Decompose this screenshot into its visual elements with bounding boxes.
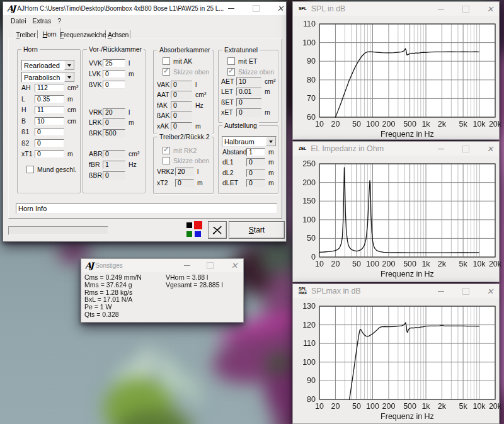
field-input[interactable]: 0 (171, 91, 192, 99)
maximize-icon (207, 262, 214, 269)
field-input[interactable]: 0 (171, 101, 192, 110)
field-input[interactable]: 20 (103, 108, 125, 117)
chart-titlebar[interactable]: SPL max SPLmax in dB ✕ (293, 284, 499, 298)
field-label: L (21, 96, 35, 103)
sonstiges-titlebar[interactable]: AJ Sonstiges ✕ (81, 259, 243, 272)
tab-frequenzweiche[interactable]: Frequenzweiche (60, 30, 106, 38)
field-input[interactable]: 0 (35, 139, 64, 147)
field-input[interactable]: 10 (236, 77, 261, 86)
field-label: VVK (89, 60, 103, 67)
chart-titlebar[interactable]: SPL SPL in dB ✕ (293, 2, 499, 16)
field-input[interactable]: 0 (171, 81, 192, 89)
close-button[interactable]: ✕ (482, 2, 498, 16)
combo-dropdown-button[interactable] (64, 72, 74, 82)
minimize-button[interactable] (223, 2, 239, 15)
checkbox-box[interactable]: ✓ (163, 57, 170, 65)
field-input[interactable]: 0 (103, 171, 125, 180)
aufstellung-combobox[interactable]: Halbraum (222, 136, 277, 147)
minimize-button[interactable] (179, 259, 195, 272)
checkbox-row[interactable]: ✓ mit ET (227, 57, 257, 65)
maximize-button[interactable] (457, 284, 474, 298)
app-icon: AJ (85, 261, 93, 270)
field-input[interactable]: 11 (35, 106, 64, 114)
field-input[interactable]: 0 (103, 70, 125, 78)
field-unit: l (129, 109, 130, 116)
close-button[interactable]: ✕ (226, 259, 243, 272)
curve-color-blue[interactable] (195, 231, 201, 237)
checkbox-box[interactable]: ✓ (163, 157, 170, 164)
mund-geschl-checkbox[interactable]: ✓ Mund geschl. (26, 166, 76, 173)
main-titlebar[interactable]: AJ AJHorn C:\Users\Timo\Desktop\Boombox … (3, 2, 286, 15)
field-input[interactable]: 0 (103, 150, 125, 158)
close-button[interactable]: ✕ (272, 2, 289, 15)
maximize-button[interactable] (457, 2, 474, 16)
checkbox-box[interactable]: ✓ (163, 147, 170, 154)
field-input[interactable]: 25 (103, 59, 125, 67)
field-input[interactable]: 0 (175, 179, 194, 187)
main-window-title: AJHorn C:\Users\Timo\Desktop\Boombox 4xB… (17, 5, 224, 12)
field-input[interactable]: 0.01 (236, 88, 261, 96)
maximize-button[interactable] (248, 2, 264, 15)
combo-dropdown-button[interactable] (64, 60, 74, 70)
field-row: ß1 0 (21, 128, 79, 136)
curve-color-black[interactable] (186, 222, 192, 228)
checkbox-box[interactable]: ✓ (163, 68, 170, 76)
field-input[interactable]: 0 (171, 112, 192, 120)
field-input[interactable]: 112 (35, 84, 64, 92)
field-input[interactable]: 0 (103, 81, 125, 89)
checkbox-row[interactable]: ✓ Skizze oben (163, 157, 209, 164)
menubar: DateiExtras? (3, 15, 286, 26)
tab-horn[interactable]: Horn (38, 28, 60, 39)
maximize-button[interactable] (202, 259, 218, 272)
field-input[interactable]: 0 (35, 128, 64, 136)
menu-item[interactable]: Extras (33, 17, 52, 25)
x-tick-label: 20k (485, 260, 504, 268)
curve-color-green[interactable] (186, 231, 192, 237)
field-input[interactable]: 0 (236, 108, 261, 117)
menu-item[interactable]: Datei (11, 17, 26, 25)
field-input[interactable]: 500 (103, 129, 125, 137)
field-unit: l (129, 60, 130, 67)
tab-treiber[interactable]: Treiber (14, 30, 38, 38)
checkbox-row[interactable]: ✓ mit AK (163, 57, 192, 65)
group-absorberkammer: Absorberkammer ✓ mit AK ✓ Skizze oben VA… (153, 50, 214, 134)
checkbox-box[interactable]: ✓ (26, 166, 34, 173)
field-input[interactable]: 10 (35, 117, 64, 125)
chart-titlebar[interactable]: ZEL El. Impedanz in Ohm ✕ (293, 142, 499, 156)
delete-curves-button[interactable] (208, 221, 227, 239)
horn-contour-combobox[interactable]: Parabolisch (21, 72, 75, 83)
field-input[interactable]: 1 (103, 161, 125, 169)
tab-achsen[interactable]: Achsen (106, 30, 130, 38)
maximize-icon (462, 288, 469, 295)
combo-dropdown-button[interactable] (266, 137, 276, 146)
field-input[interactable]: 0 (103, 118, 125, 127)
field-input[interactable]: 20 (175, 168, 194, 176)
curve-color-red[interactable] (194, 221, 202, 229)
close-button[interactable]: ✕ (482, 142, 498, 156)
close-button[interactable]: ✕ (482, 284, 498, 298)
checkbox-box[interactable]: ✓ (227, 57, 235, 65)
field-input[interactable]: 0 (236, 98, 261, 106)
minimize-button[interactable] (433, 284, 449, 298)
field-input[interactable]: 0 (171, 122, 192, 130)
field-label: AH (21, 84, 35, 91)
minimize-button[interactable] (433, 2, 449, 16)
field-input[interactable]: 0 (246, 169, 265, 177)
horn-load-combobox[interactable]: Rearloaded (21, 60, 75, 71)
maximize-button[interactable] (457, 142, 474, 156)
field-input[interactable]: 0 (35, 150, 64, 158)
checkbox-row[interactable]: ✓ Skizze oben (163, 68, 209, 76)
field-input[interactable]: 1 (246, 148, 265, 156)
checkbox-row[interactable]: ✓ Skizze oben (227, 68, 274, 76)
menu-item[interactable]: ? (57, 17, 61, 25)
checkbox-row[interactable]: ✓ mit RK2 (163, 147, 197, 154)
checkbox-box[interactable]: ✓ (227, 68, 235, 76)
field-input[interactable]: 0 (246, 158, 265, 166)
field-input[interactable]: 0 (246, 179, 265, 187)
start-button[interactable]: Start (229, 221, 285, 239)
x-tick-label: 200 (379, 260, 399, 268)
horn-info-field[interactable]: Horn Info (16, 203, 277, 214)
y-tick-label: 50 (297, 234, 316, 242)
field-input[interactable]: 0.35 (35, 95, 64, 103)
minimize-button[interactable] (433, 142, 449, 156)
